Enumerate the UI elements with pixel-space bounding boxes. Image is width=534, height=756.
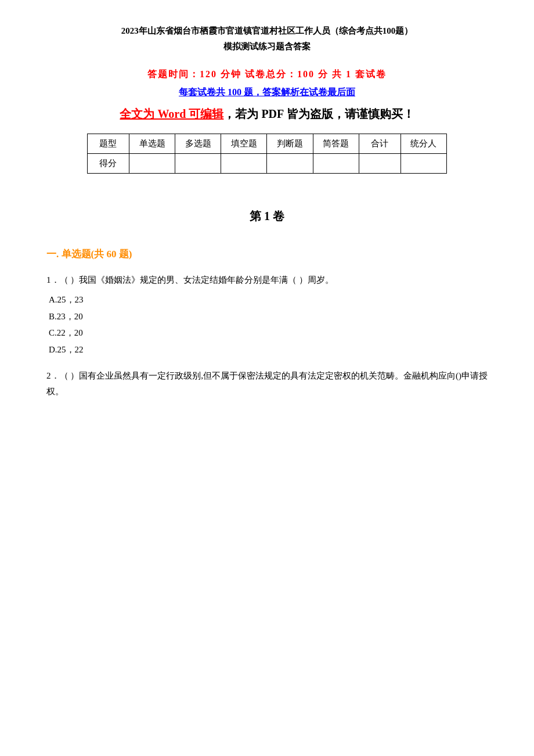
- col-header-short: 简答题: [313, 134, 359, 154]
- score-judge: [267, 154, 313, 174]
- col-header-judge: 判断题: [267, 134, 313, 154]
- section1-heading: 一. 单选题(共 60 题): [46, 247, 488, 261]
- word-edit-red: 全文为 Word 可编辑: [120, 107, 223, 120]
- word-edit-black: ，若为 PDF 皆为盗版，请谨慎购买！: [223, 107, 414, 120]
- title-line2: 模拟测试练习题含答案: [46, 39, 488, 55]
- option-1b: B.23，20: [49, 308, 488, 325]
- question-1-options: A.25，23 B.23，20 C.22，20 D.25，22: [49, 291, 488, 358]
- score-short: [313, 154, 359, 174]
- score-table: 题型 单选题 多选题 填空题 判断题 简答题 合计 统分人 得分: [87, 134, 447, 174]
- score-fill: [221, 154, 267, 174]
- highlight-line: 每套试卷共 100 题，答案解析在试卷最后面: [46, 87, 488, 99]
- score-label: 得分: [88, 154, 129, 174]
- title-line1: 2023年山东省烟台市栖霞市官道镇官道村社区工作人员（综合考点共100题）: [46, 23, 488, 39]
- option-1a: A.25，23: [49, 291, 488, 308]
- col-header-multi: 多选题: [175, 134, 221, 154]
- question-2: 2．（ ）国有企业虽然具有一定行政级别,但不属于保密法规定的具有法定定密权的机关…: [46, 368, 488, 399]
- col-header-type: 题型: [88, 134, 129, 154]
- table-score-row: 得分: [88, 154, 447, 174]
- score-scorer: [400, 154, 446, 174]
- score-single: [129, 154, 175, 174]
- table-header-row: 题型 单选题 多选题 填空题 判断题 简答题 合计 统分人: [88, 134, 447, 154]
- option-1d: D.25，22: [49, 341, 488, 358]
- question-1-text: 1．（ ）我国《婚姻法》规定的男、女法定结婚年龄分别是年满（ ）周岁。: [46, 272, 488, 288]
- col-header-fill: 填空题: [221, 134, 267, 154]
- title-section: 2023年山东省烟台市栖霞市官道镇官道村社区工作人员（综合考点共100题） 模拟…: [46, 23, 488, 55]
- question-2-text: 2．（ ）国有企业虽然具有一定行政级别,但不属于保密法规定的具有法定定密权的机关…: [46, 368, 488, 399]
- score-total: [359, 154, 400, 174]
- option-1c: C.22，20: [49, 325, 488, 341]
- col-header-scorer: 统分人: [400, 134, 446, 154]
- col-header-single: 单选题: [129, 134, 175, 154]
- volume-label: 第 1 卷: [46, 208, 488, 224]
- score-multi: [175, 154, 221, 174]
- exam-info: 答题时间：120 分钟 试卷总分：100 分 共 1 套试卷: [46, 69, 488, 81]
- col-header-total: 合计: [359, 134, 400, 154]
- question-1: 1．（ ）我国《婚姻法》规定的男、女法定结婚年龄分别是年满（ ）周岁。 A.25…: [46, 272, 488, 358]
- score-table-wrapper: 题型 单选题 多选题 填空题 判断题 简答题 合计 统分人 得分: [46, 134, 488, 174]
- word-edit-line: 全文为 Word 可编辑，若为 PDF 皆为盗版，请谨慎购买！: [46, 105, 488, 123]
